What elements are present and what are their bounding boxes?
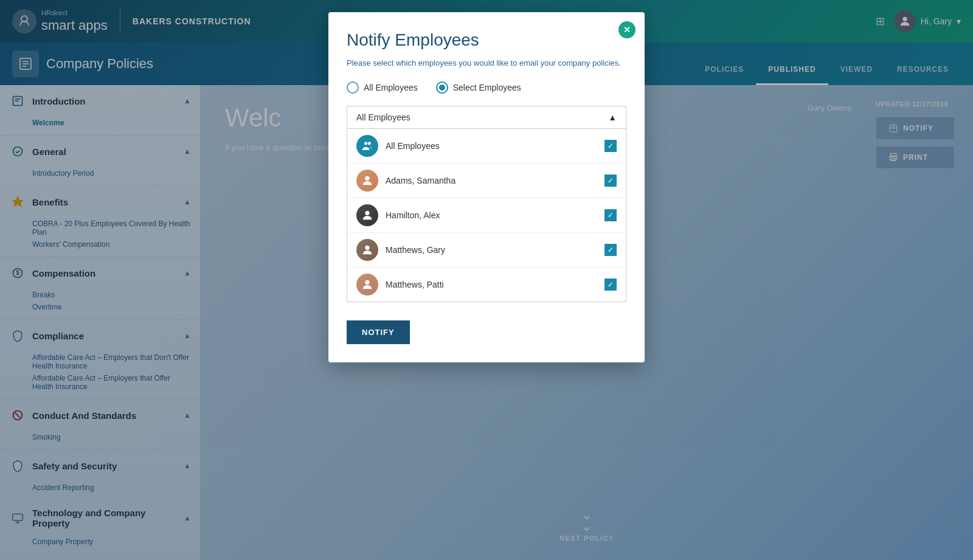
svg-point-26 [365, 176, 369, 180]
dropdown-header[interactable]: All Employees ▲ [347, 106, 626, 129]
name-gary: Matthews, Gary [386, 245, 597, 255]
modal-subtitle: Please select which employees you would … [347, 57, 626, 69]
radio-group: All Employees Select Employees [347, 81, 626, 94]
dropdown-item-all[interactable]: All Employees ✓ [347, 129, 626, 164]
radio-all-circle [347, 81, 359, 94]
modal-close-button[interactable]: ✕ [618, 21, 635, 38]
modal-overlay: ✕ Notify Employees Please select which e… [0, 0, 973, 560]
dropdown-item-alex[interactable]: Hamilton, Alex ✓ [347, 198, 626, 233]
radio-select-employees[interactable]: Select Employees [436, 81, 521, 94]
checkbox-samantha[interactable]: ✓ [604, 175, 617, 187]
checkbox-gary[interactable]: ✓ [604, 244, 617, 256]
dropdown-item-patti[interactable]: Matthews, Patti ✓ [347, 268, 626, 302]
name-samantha: Adams, Samantha [386, 176, 597, 185]
radio-all-employees[interactable]: All Employees [347, 81, 418, 94]
all-employees-icon [356, 135, 378, 157]
svg-point-27 [365, 210, 369, 215]
checkbox-all[interactable]: ✓ [604, 140, 617, 152]
svg-point-24 [364, 142, 367, 145]
name-patti: Matthews, Patti [386, 280, 597, 289]
radio-select-label: Select Employees [453, 83, 521, 92]
svg-point-29 [365, 280, 369, 284]
modal-title: Notify Employees [347, 30, 626, 50]
dropdown-item-gary[interactable]: Matthews, Gary ✓ [347, 233, 626, 268]
svg-point-28 [365, 245, 369, 249]
checkbox-patti[interactable]: ✓ [604, 278, 617, 291]
checkbox-alex[interactable]: ✓ [604, 209, 617, 221]
dropdown-item-samantha[interactable]: Adams, Samantha ✓ [347, 164, 626, 198]
avatar-patti [356, 274, 378, 296]
svg-point-25 [368, 142, 371, 145]
avatar-alex [356, 204, 378, 226]
radio-all-label: All Employees [364, 83, 418, 92]
dropdown-selected-label: All Employees [356, 112, 410, 122]
modal: ✕ Notify Employees Please select which e… [328, 12, 645, 362]
avatar-gary [356, 239, 378, 261]
all-employees-name: All Employees [386, 141, 597, 151]
name-alex: Hamilton, Alex [386, 210, 597, 220]
dropdown-list: All Employees ✓ Adams, Samantha ✓ [347, 129, 626, 302]
dropdown-container: All Employees ▲ All Employees ✓ [347, 106, 626, 302]
modal-notify-button[interactable]: NOTIFY [347, 320, 410, 344]
avatar-samantha [356, 170, 378, 192]
radio-select-circle [436, 81, 448, 94]
dropdown-chevron: ▲ [608, 112, 617, 122]
